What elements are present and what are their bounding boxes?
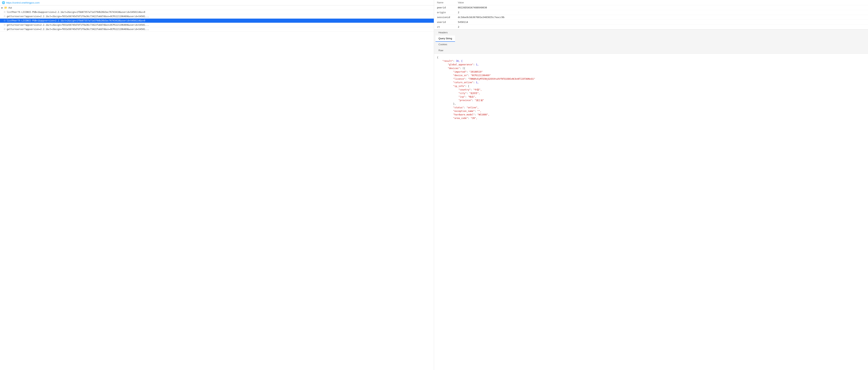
nv-key-ct: ct	[434, 25, 456, 29]
json-row-3: "coturn_online": 1,	[437, 81, 865, 84]
nv-val-userid: 5458114	[456, 20, 868, 24]
nv-key-sessionid: sessionid	[434, 16, 456, 19]
request-items-container: ⓪listPeer?X-LICENCE-PUB=1&appversion=2.2…	[0, 10, 434, 31]
request-item-2[interactable]: ⓪getturnserver?appversion=2.2.1&ct=2&sig…	[0, 14, 434, 19]
nv-val-peerid: 00226D5A5A74889X0030	[456, 6, 868, 9]
json-row-7: "isp": "电信",	[437, 95, 865, 99]
json-result-line: "result": [0, {	[437, 59, 865, 63]
globe-icon: 🌐	[2, 1, 5, 4]
request-item-4[interactable]: ⓪getturnserver?appversion=2.2.1&ct=2&sig…	[0, 23, 434, 27]
request-item-1[interactable]: ⓪listPeer?X-LICENCE-PUB=1&appversion=2.2…	[0, 10, 434, 14]
request-item-3[interactable]: ⓪listPeer?X-LICENCE-PUB=1&appversion=2.2…	[0, 19, 434, 23]
nv-header: Name Value	[434, 0, 868, 5]
nv-val-sessionid: dc3dee9cbb367601e3483835c7eacc9b	[456, 16, 868, 19]
left-panel: 🌐 https://control.onethingpcs.com ▶ 📁 Ac…	[0, 0, 434, 370]
url-text: https://control.onethingpcs.com	[6, 1, 40, 4]
group-arrow-icon: ▶	[1, 7, 3, 9]
nv-val-ct: 2	[456, 25, 868, 29]
request-url-text: getturnserver?appversion=2.2.1&ct=2&sign…	[7, 28, 149, 31]
tabs-container: HeadersQuery StringCookiesRaw	[435, 30, 455, 54]
request-type-icon: ⓪	[4, 11, 6, 13]
nv-row-ct: ct2	[434, 25, 868, 29]
url-bar: 🌐 https://control.onethingpcs.com	[0, 0, 434, 5]
json-ga-line: "global_appearance": 1,	[437, 63, 865, 66]
request-type-icon: ⓪	[4, 15, 6, 18]
folder-icon: 📁	[4, 6, 7, 9]
json-after-row-1: "exception_name": "",	[437, 110, 865, 113]
nv-row-sessionid: sessioniddc3dee9cbb367601e3483835c7eacc9…	[434, 15, 868, 20]
json-after-row-2: "hardware_model": "WS1608",	[437, 113, 865, 117]
json-row-5: "country": "中国",	[437, 88, 865, 92]
json-row-6: "city": "杭州市",	[437, 92, 865, 95]
nv-key-peerid: peerid	[434, 6, 456, 9]
json-row-4: "ip_info": {	[437, 85, 865, 88]
request-url-text: getturnserver?appversion=2.2.1&ct=2&sign…	[7, 15, 149, 18]
request-type-icon: ⓪	[4, 19, 6, 22]
request-url-text: listPeer?X-LICENCE-PUB=1&appversion=2.2.…	[7, 19, 145, 22]
nv-row-peerid: peerid00226D5A5A74889X0030	[434, 5, 868, 10]
nv-key-origin: origin	[434, 10, 456, 14]
nv-header-value: Value	[456, 1, 868, 4]
json-open-brace: {	[437, 56, 865, 59]
json-row-0: "imported": "20180519"	[437, 70, 865, 74]
json-row-1: "device_sn": "0CPG121196469"	[437, 74, 865, 77]
json-closing-ip: },	[437, 102, 865, 106]
request-url-text: getturnserver?appversion=2.2.1&ct=2&sign…	[7, 24, 149, 26]
json-row-2: "licence": "T0NQRzEyMTE5NjQ2OS9taXVfNTQ1…	[437, 77, 865, 81]
tab-cookies[interactable]: Cookies	[435, 41, 455, 48]
nv-val-origin: 2	[456, 10, 868, 14]
json-row-8: "province": "浙江省"	[437, 99, 865, 102]
tab-headers[interactable]: Headers	[435, 30, 455, 36]
request-url-text: listPeer?X-LICENCE-PUB=1&appversion=2.2.…	[7, 11, 145, 13]
request-group-act[interactable]: ▶ 📁 Act	[0, 5, 434, 10]
tabs-bar: HeadersQuery StringCookiesRaw	[434, 30, 868, 54]
tab-query-string[interactable]: Query String	[435, 35, 455, 42]
request-type-icon: ⓪	[4, 24, 6, 26]
json-devices-line: "devices": [{	[437, 67, 865, 70]
nv-row-origin: origin2	[434, 10, 868, 15]
name-value-table: Name Value peerid00226D5A5A74889X0030ori…	[434, 0, 868, 30]
tab-raw[interactable]: Raw	[435, 48, 455, 54]
request-type-icon: ⓪	[4, 28, 6, 31]
right-panel: Name Value peerid00226D5A5A74889X0030ori…	[434, 0, 868, 370]
nv-rows-container: peerid00226D5A5A74889X0030origin2session…	[434, 5, 868, 29]
json-content: { "result": [0, { "global_appearance": 1…	[434, 54, 868, 370]
request-item-5[interactable]: ⓪getturnserver?appversion=2.2.1&ct=2&sig…	[0, 27, 434, 31]
request-list: ▶ 📁 Act ⓪listPeer?X-LICENCE-PUB=1&appver…	[0, 5, 434, 370]
json-after-row-0: "status": "online",	[437, 106, 865, 110]
group-label: Act	[8, 6, 12, 9]
json-after-row-3: "area_code": "CN",	[437, 117, 865, 120]
json-lines-container: { "result": [0, { "global_appearance": 1…	[437, 56, 865, 120]
nv-header-name: Name	[434, 1, 456, 4]
nv-row-userid: userid5458114	[434, 20, 868, 25]
nv-key-userid: userid	[434, 20, 456, 24]
